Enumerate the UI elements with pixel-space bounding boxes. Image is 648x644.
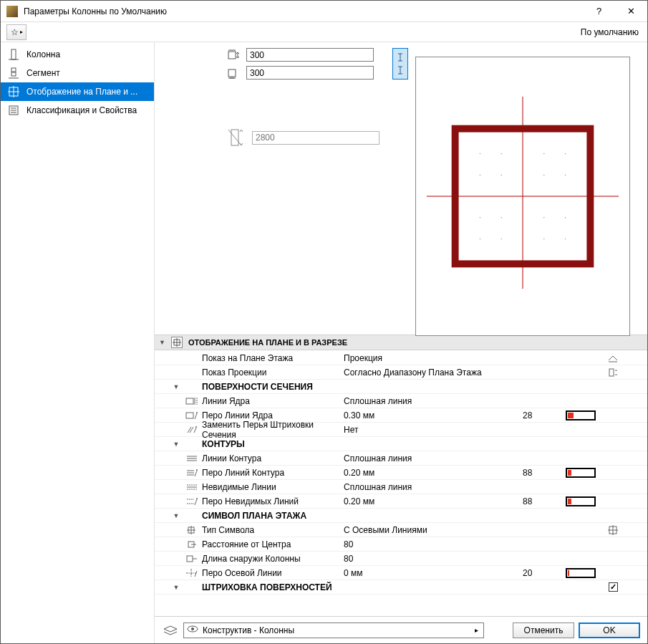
svg-rect-3 bbox=[11, 72, 16, 76]
height-icon bbox=[226, 127, 248, 148]
group-hatch[interactable]: ▼ ШТРИХОВКА ПОВЕРХНОСТЕЙ ✓ bbox=[155, 580, 647, 595]
line-type-icon bbox=[183, 396, 200, 406]
row-symbol-type[interactable]: Тип Символа С Осевыми Линиями bbox=[155, 523, 647, 537]
svg-point-32 bbox=[501, 217, 502, 218]
row-outside-length[interactable]: Длина снаружи Колонны 80 bbox=[155, 552, 647, 566]
toolbar: ☆▸ По умолчанию bbox=[1, 22, 647, 42]
svg-rect-0 bbox=[11, 49, 16, 59]
svg-point-38 bbox=[565, 239, 566, 239]
favorites-button[interactable]: ☆▸ bbox=[6, 24, 26, 40]
height-input[interactable] bbox=[252, 131, 379, 145]
row-hidden-lines[interactable]: Невидимые Линии Сплошная линия bbox=[155, 480, 647, 494]
window-title: Параметры Колонны по Умолчанию bbox=[24, 6, 583, 16]
sidebar-item-label: Отображение на Плане и ... bbox=[26, 87, 137, 97]
svg-point-27 bbox=[480, 175, 480, 176]
svg-point-23 bbox=[480, 153, 480, 154]
pen-swatch[interactable] bbox=[566, 568, 596, 578]
segment-icon bbox=[8, 67, 19, 79]
pen-swatch[interactable] bbox=[566, 468, 596, 478]
row-contour-pen[interactable]: Перо Линий Контура 0.20 мм 88 bbox=[155, 466, 647, 480]
depth-icon bbox=[226, 67, 242, 80]
section-title: ОТОБРАЖЕНИЕ НА ПЛАНЕ И В РАЗРЕЗЕ bbox=[188, 338, 347, 347]
width-input[interactable] bbox=[246, 48, 374, 62]
svg-point-26 bbox=[565, 153, 566, 154]
svg-point-31 bbox=[480, 217, 480, 218]
link-dimensions-button[interactable] bbox=[392, 48, 408, 80]
default-label: По умолчанию bbox=[581, 27, 642, 37]
depth-input[interactable] bbox=[246, 66, 374, 80]
cancel-button[interactable]: Отменить bbox=[513, 623, 574, 638]
row-core-lines[interactable]: Линии Ядра Сплошная линия bbox=[155, 394, 647, 408]
hidden-line-icon bbox=[183, 482, 200, 492]
pen-icon bbox=[183, 410, 200, 420]
plan-show-icon[interactable] bbox=[600, 353, 626, 363]
app-icon bbox=[6, 6, 18, 17]
eye-icon bbox=[187, 625, 198, 635]
svg-rect-46 bbox=[186, 398, 193, 404]
svg-rect-62 bbox=[187, 556, 193, 562]
svg-point-29 bbox=[543, 175, 544, 176]
row-plan-show[interactable]: Показ на Плане Этажа Проекция bbox=[155, 351, 647, 365]
chevron-right-icon: ▸ bbox=[472, 626, 480, 634]
close-button[interactable]: ✕ bbox=[615, 1, 647, 22]
symbol-picker-icon[interactable] bbox=[600, 525, 626, 535]
pen-swatch[interactable] bbox=[566, 410, 596, 420]
svg-point-30 bbox=[565, 175, 566, 176]
property-grid[interactable]: Показ на Плане Этажа Проекция Показ Прое… bbox=[155, 350, 647, 616]
sidebar-item-segment[interactable]: Сегмент bbox=[1, 64, 154, 82]
svg-point-33 bbox=[543, 217, 544, 218]
ok-button[interactable]: OK bbox=[579, 623, 640, 638]
sidebar-item-column[interactable]: Колонна bbox=[1, 45, 154, 64]
projection-icon[interactable] bbox=[600, 367, 626, 378]
group-surfaces[interactable]: ▼ ПОВЕРХНОСТИ СЕЧЕНИЯ bbox=[155, 380, 647, 394]
hatch-checkbox[interactable]: ✓ bbox=[609, 582, 618, 592]
layer-icon bbox=[162, 623, 179, 638]
svg-point-52 bbox=[196, 469, 198, 471]
width-icon bbox=[226, 49, 242, 62]
row-override-hatch[interactable]: Заменить Перья Штриховки Сечения Нет bbox=[155, 423, 647, 437]
contour-line-icon bbox=[183, 453, 200, 463]
svg-point-53 bbox=[196, 498, 198, 499]
chevron-right-icon: ▸ bbox=[20, 29, 23, 35]
group-contours[interactable]: ▼ КОНТУРЫ bbox=[155, 437, 647, 451]
sidebar-item-label: Колонна bbox=[26, 49, 60, 59]
sidebar-item-classification[interactable]: Классификация и Свойства bbox=[1, 101, 154, 120]
override-icon bbox=[183, 425, 200, 435]
content: ▼ ОТОБРАЖЕНИЕ НА ПЛАНЕ И В РАЗРЕЗЕ Показ… bbox=[155, 42, 647, 643]
row-center-distance[interactable]: Расстояние от Центра 80 bbox=[155, 537, 647, 552]
row-contour-lines[interactable]: Линии Контура Сплошная линия bbox=[155, 451, 647, 466]
row-hidden-pen[interactable]: Перо Невидимых Линий 0.20 мм 88 bbox=[155, 494, 647, 509]
svg-point-24 bbox=[501, 153, 502, 154]
svg-point-37 bbox=[543, 239, 544, 239]
help-button[interactable]: ? bbox=[583, 1, 615, 22]
svg-point-67 bbox=[191, 628, 194, 630]
svg-point-34 bbox=[565, 217, 566, 218]
svg-point-35 bbox=[480, 239, 480, 239]
section-icon bbox=[171, 337, 183, 348]
row-axis-pen[interactable]: Перо Осевой Линии 0 мм 20 bbox=[155, 566, 647, 580]
svg-point-28 bbox=[501, 175, 502, 176]
svg-rect-2 bbox=[11, 68, 16, 72]
row-projection-show[interactable]: Показ Проекции Согласно Диапазону Плана … bbox=[155, 365, 647, 380]
sidebar: Колонна Сегмент Отображение на Плане и .… bbox=[1, 42, 155, 643]
svg-rect-15 bbox=[228, 69, 236, 77]
sidebar-item-plan-display[interactable]: Отображение на Плане и ... bbox=[1, 82, 154, 101]
plan-display-icon bbox=[8, 86, 19, 97]
sidebar-item-label: Классификация и Свойства bbox=[26, 105, 137, 115]
axis-pen-icon bbox=[183, 568, 200, 578]
center-distance-icon bbox=[183, 539, 200, 549]
svg-rect-49 bbox=[186, 413, 193, 418]
symbol-type-icon bbox=[183, 525, 200, 535]
sidebar-item-label: Сегмент bbox=[26, 68, 60, 78]
layer-name: Конструктив - Колонны bbox=[203, 625, 468, 635]
bottombar: Конструктив - Колонны ▸ Отменить OK bbox=[155, 616, 647, 643]
layer-combo[interactable]: Конструктив - Колонны ▸ bbox=[183, 623, 484, 638]
svg-line-19 bbox=[228, 130, 241, 145]
svg-point-25 bbox=[543, 153, 544, 154]
group-symbol[interactable]: ▼ СИМВОЛ ПЛАНА ЭТАЖА bbox=[155, 509, 647, 523]
svg-rect-12 bbox=[228, 52, 236, 59]
section-header-plan[interactable]: ▼ ОТОБРАЖЕНИЕ НА ПЛАНЕ И В РАЗРЕЗЕ bbox=[155, 335, 647, 350]
pen-swatch[interactable] bbox=[566, 496, 596, 506]
svg-point-36 bbox=[501, 239, 502, 239]
svg-rect-43 bbox=[609, 369, 614, 376]
